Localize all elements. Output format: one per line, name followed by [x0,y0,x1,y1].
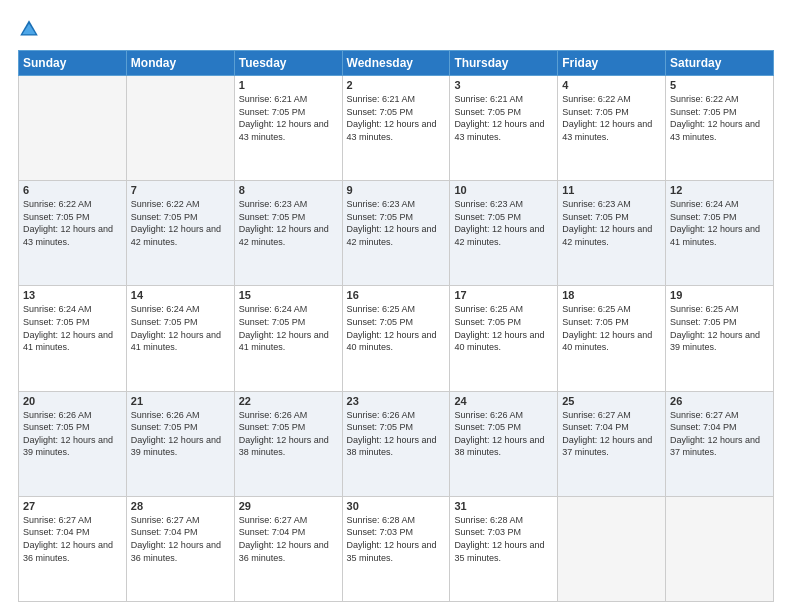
day-info: Sunrise: 6:24 AM Sunset: 7:05 PM Dayligh… [131,303,230,353]
day-info: Sunrise: 6:25 AM Sunset: 7:05 PM Dayligh… [670,303,769,353]
calendar-cell [666,496,774,601]
calendar-cell: 12Sunrise: 6:24 AM Sunset: 7:05 PM Dayli… [666,181,774,286]
calendar-cell: 19Sunrise: 6:25 AM Sunset: 7:05 PM Dayli… [666,286,774,391]
day-number: 1 [239,79,338,91]
day-info: Sunrise: 6:21 AM Sunset: 7:05 PM Dayligh… [239,93,338,143]
day-info: Sunrise: 6:27 AM Sunset: 7:04 PM Dayligh… [23,514,122,564]
day-number: 10 [454,184,553,196]
day-number: 20 [23,395,122,407]
day-number: 23 [347,395,446,407]
day-info: Sunrise: 6:26 AM Sunset: 7:05 PM Dayligh… [239,409,338,459]
day-number: 2 [347,79,446,91]
day-number: 29 [239,500,338,512]
calendar-cell: 27Sunrise: 6:27 AM Sunset: 7:04 PM Dayli… [19,496,127,601]
calendar-cell: 14Sunrise: 6:24 AM Sunset: 7:05 PM Dayli… [126,286,234,391]
day-info: Sunrise: 6:26 AM Sunset: 7:05 PM Dayligh… [454,409,553,459]
calendar-cell: 8Sunrise: 6:23 AM Sunset: 7:05 PM Daylig… [234,181,342,286]
weekday-header-thursday: Thursday [450,51,558,76]
day-number: 28 [131,500,230,512]
day-number: 27 [23,500,122,512]
calendar-cell: 11Sunrise: 6:23 AM Sunset: 7:05 PM Dayli… [558,181,666,286]
calendar-cell: 31Sunrise: 6:28 AM Sunset: 7:03 PM Dayli… [450,496,558,601]
page: SundayMondayTuesdayWednesdayThursdayFrid… [0,0,792,612]
day-info: Sunrise: 6:26 AM Sunset: 7:05 PM Dayligh… [23,409,122,459]
calendar-cell: 5Sunrise: 6:22 AM Sunset: 7:05 PM Daylig… [666,76,774,181]
calendar-cell: 17Sunrise: 6:25 AM Sunset: 7:05 PM Dayli… [450,286,558,391]
calendar-cell: 9Sunrise: 6:23 AM Sunset: 7:05 PM Daylig… [342,181,450,286]
logo [18,18,42,40]
day-number: 25 [562,395,661,407]
day-info: Sunrise: 6:22 AM Sunset: 7:05 PM Dayligh… [23,198,122,248]
day-info: Sunrise: 6:22 AM Sunset: 7:05 PM Dayligh… [131,198,230,248]
day-number: 15 [239,289,338,301]
day-number: 4 [562,79,661,91]
calendar-cell: 28Sunrise: 6:27 AM Sunset: 7:04 PM Dayli… [126,496,234,601]
day-number: 14 [131,289,230,301]
day-info: Sunrise: 6:21 AM Sunset: 7:05 PM Dayligh… [454,93,553,143]
day-info: Sunrise: 6:22 AM Sunset: 7:05 PM Dayligh… [670,93,769,143]
calendar-cell [126,76,234,181]
day-number: 19 [670,289,769,301]
day-info: Sunrise: 6:23 AM Sunset: 7:05 PM Dayligh… [562,198,661,248]
weekday-header-saturday: Saturday [666,51,774,76]
logo-icon [18,18,40,40]
day-number: 6 [23,184,122,196]
calendar-cell: 26Sunrise: 6:27 AM Sunset: 7:04 PM Dayli… [666,391,774,496]
calendar-cell: 10Sunrise: 6:23 AM Sunset: 7:05 PM Dayli… [450,181,558,286]
day-number: 9 [347,184,446,196]
day-info: Sunrise: 6:26 AM Sunset: 7:05 PM Dayligh… [131,409,230,459]
day-info: Sunrise: 6:25 AM Sunset: 7:05 PM Dayligh… [562,303,661,353]
calendar-week-5: 27Sunrise: 6:27 AM Sunset: 7:04 PM Dayli… [19,496,774,601]
day-info: Sunrise: 6:22 AM Sunset: 7:05 PM Dayligh… [562,93,661,143]
calendar-cell: 20Sunrise: 6:26 AM Sunset: 7:05 PM Dayli… [19,391,127,496]
day-info: Sunrise: 6:24 AM Sunset: 7:05 PM Dayligh… [23,303,122,353]
day-number: 16 [347,289,446,301]
day-info: Sunrise: 6:24 AM Sunset: 7:05 PM Dayligh… [239,303,338,353]
day-number: 3 [454,79,553,91]
day-info: Sunrise: 6:24 AM Sunset: 7:05 PM Dayligh… [670,198,769,248]
day-info: Sunrise: 6:28 AM Sunset: 7:03 PM Dayligh… [347,514,446,564]
weekday-header-wednesday: Wednesday [342,51,450,76]
calendar-cell: 6Sunrise: 6:22 AM Sunset: 7:05 PM Daylig… [19,181,127,286]
day-info: Sunrise: 6:27 AM Sunset: 7:04 PM Dayligh… [562,409,661,459]
day-info: Sunrise: 6:28 AM Sunset: 7:03 PM Dayligh… [454,514,553,564]
day-info: Sunrise: 6:27 AM Sunset: 7:04 PM Dayligh… [670,409,769,459]
calendar-week-2: 6Sunrise: 6:22 AM Sunset: 7:05 PM Daylig… [19,181,774,286]
calendar-cell: 15Sunrise: 6:24 AM Sunset: 7:05 PM Dayli… [234,286,342,391]
calendar-cell: 13Sunrise: 6:24 AM Sunset: 7:05 PM Dayli… [19,286,127,391]
calendar-cell: 2Sunrise: 6:21 AM Sunset: 7:05 PM Daylig… [342,76,450,181]
day-number: 31 [454,500,553,512]
calendar-cell: 25Sunrise: 6:27 AM Sunset: 7:04 PM Dayli… [558,391,666,496]
header [18,18,774,40]
day-info: Sunrise: 6:21 AM Sunset: 7:05 PM Dayligh… [347,93,446,143]
calendar-cell: 22Sunrise: 6:26 AM Sunset: 7:05 PM Dayli… [234,391,342,496]
calendar-cell [558,496,666,601]
day-info: Sunrise: 6:23 AM Sunset: 7:05 PM Dayligh… [454,198,553,248]
calendar-cell: 16Sunrise: 6:25 AM Sunset: 7:05 PM Dayli… [342,286,450,391]
weekday-header-tuesday: Tuesday [234,51,342,76]
calendar-cell: 3Sunrise: 6:21 AM Sunset: 7:05 PM Daylig… [450,76,558,181]
calendar-cell: 30Sunrise: 6:28 AM Sunset: 7:03 PM Dayli… [342,496,450,601]
calendar-week-3: 13Sunrise: 6:24 AM Sunset: 7:05 PM Dayli… [19,286,774,391]
day-number: 21 [131,395,230,407]
calendar-table: SundayMondayTuesdayWednesdayThursdayFrid… [18,50,774,602]
weekday-header-monday: Monday [126,51,234,76]
weekday-header-sunday: Sunday [19,51,127,76]
calendar-week-4: 20Sunrise: 6:26 AM Sunset: 7:05 PM Dayli… [19,391,774,496]
day-number: 18 [562,289,661,301]
day-number: 7 [131,184,230,196]
calendar-cell: 1Sunrise: 6:21 AM Sunset: 7:05 PM Daylig… [234,76,342,181]
day-info: Sunrise: 6:27 AM Sunset: 7:04 PM Dayligh… [131,514,230,564]
calendar-cell: 29Sunrise: 6:27 AM Sunset: 7:04 PM Dayli… [234,496,342,601]
calendar-cell: 23Sunrise: 6:26 AM Sunset: 7:05 PM Dayli… [342,391,450,496]
calendar-cell: 7Sunrise: 6:22 AM Sunset: 7:05 PM Daylig… [126,181,234,286]
day-info: Sunrise: 6:27 AM Sunset: 7:04 PM Dayligh… [239,514,338,564]
day-number: 26 [670,395,769,407]
calendar-cell [19,76,127,181]
day-info: Sunrise: 6:23 AM Sunset: 7:05 PM Dayligh… [239,198,338,248]
day-number: 17 [454,289,553,301]
day-info: Sunrise: 6:25 AM Sunset: 7:05 PM Dayligh… [454,303,553,353]
weekday-header-friday: Friday [558,51,666,76]
day-number: 8 [239,184,338,196]
calendar-cell: 21Sunrise: 6:26 AM Sunset: 7:05 PM Dayli… [126,391,234,496]
